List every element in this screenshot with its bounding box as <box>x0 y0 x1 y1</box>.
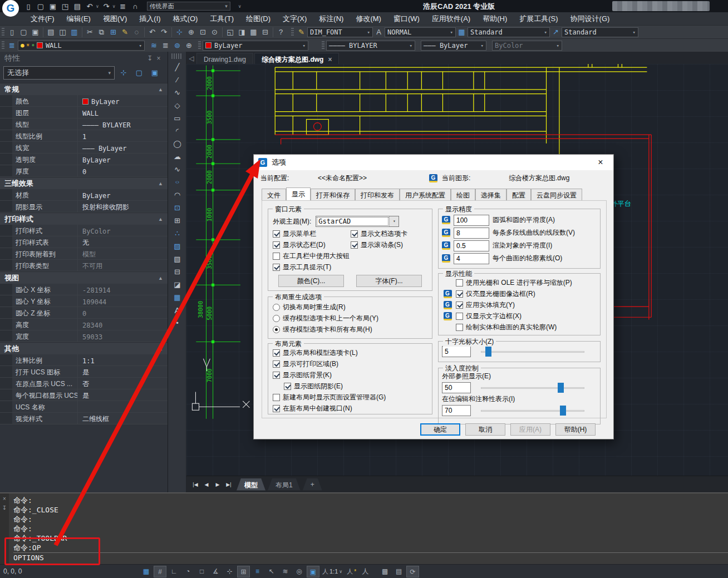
multiple-points-icon[interactable]: ∴ <box>168 227 186 240</box>
tab-user-preferences[interactable]: 用户系统配置 <box>400 189 451 200</box>
cache-model-all-layouts-option[interactable]: 缓存模型选项卡和所有布局(H) <box>273 324 427 335</box>
layer-thaw-icon[interactable]: ☀ <box>26 42 30 49</box>
section-general[interactable]: 常规 ▲ <box>0 83 168 95</box>
ortho-toggle-icon[interactable]: ∟ <box>168 566 180 577</box>
next-tab-icon[interactable]: ▶ <box>212 482 223 487</box>
prop-row-shadow[interactable]: 阴影显示 投射和接收阴影 <box>0 201 168 213</box>
revision-cloud-icon[interactable]: ☁ <box>168 150 186 163</box>
dim-style-select[interactable]: DIM_FONT ▾ <box>307 27 373 37</box>
toolbar-grip[interactable] <box>2 41 4 50</box>
prop-row-linetype[interactable]: 线型 ———— BYLAYER <box>0 118 168 130</box>
menu-window[interactable]: 窗口(W) <box>387 12 426 25</box>
prop-row-material[interactable]: 材质 ByLayer <box>0 189 168 201</box>
pickadd-toggle-icon[interactable]: ⊹ <box>117 66 130 80</box>
collapse-icon[interactable]: ▲ <box>158 346 163 352</box>
prop-row-transparency[interactable]: 透明度 ByLayer <box>0 154 168 165</box>
ellipse-icon[interactable]: ○ <box>168 176 186 189</box>
menu-help[interactable]: 帮助(H) <box>476 12 513 25</box>
layer-previous-icon[interactable]: ≋ <box>148 40 160 51</box>
tool-palettes-icon[interactable]: ▦ <box>248 27 259 38</box>
publish-icon[interactable]: ▥ <box>68 27 80 38</box>
layer-on-icon[interactable]: ● <box>21 42 24 49</box>
show-paper-shadow-option[interactable]: 显示图纸阴影(E) <box>273 381 427 392</box>
app-logo-icon[interactable]: G <box>2 0 19 17</box>
toolbar-grip[interactable] <box>322 41 324 50</box>
regen-on-switch-option[interactable]: 切换布局时重生成(R) <box>273 302 427 313</box>
text-style-select[interactable]: NORMAL ▾ <box>385 27 456 37</box>
spline-icon[interactable]: ∿ <box>168 163 186 176</box>
menu-view[interactable]: 视图(V) <box>97 12 133 25</box>
prop-row-plotstyle-table[interactable]: 打印样式表 无 <box>0 236 168 248</box>
tab-profiles[interactable]: 配置 <box>506 189 531 200</box>
section-plot-style[interactable]: 打印样式 ▲ <box>0 213 168 225</box>
cache-model-last-layout-option[interactable]: 缓存模型选项卡和上一个布局(Y) <box>273 313 427 324</box>
section-view[interactable]: 视图 ▲ <box>0 271 168 284</box>
save-icon[interactable]: ▣ <box>48 2 58 11</box>
tab-model[interactable]: 模型 <box>237 478 265 491</box>
rectangle-icon[interactable]: ▭ <box>168 112 186 125</box>
show-tooltips-option[interactable]: 显示工具提示(T) <box>273 261 427 273</box>
table-icon[interactable]: ▦ <box>168 291 186 304</box>
polyline-segments-input[interactable] <box>454 228 489 239</box>
close-icon[interactable]: × <box>0 496 9 505</box>
lineweight-select[interactable]: ——— ByLayer ▾ <box>421 41 486 51</box>
fonts-button[interactable]: 字体(F)... <box>356 275 422 287</box>
annotation-scale-control[interactable]: 人 1:1 ∨ <box>320 567 345 576</box>
show-paper-background-option[interactable]: 显示图纸背景(K) <box>273 369 427 381</box>
toolbar-grip[interactable] <box>198 41 201 50</box>
menu-modify[interactable]: 修改(M) <box>350 12 387 25</box>
snap-toggle-icon[interactable]: ▦ <box>140 566 153 577</box>
pin-icon[interactable]: ↧ <box>0 505 9 513</box>
prop-row-layer[interactable]: 图层 WALL <box>0 107 168 118</box>
colors-button[interactable]: 颜色(C)... <box>278 275 344 287</box>
prop-row-plot-attached[interactable]: 打印表附着到 模型 <box>0 248 168 260</box>
grid-toggle-icon[interactable]: # <box>154 566 166 577</box>
text-style-icon[interactable]: A <box>373 27 385 38</box>
dialog-title-bar[interactable]: G 选项 × <box>254 155 613 170</box>
layer-states-icon[interactable]: ≣ <box>160 40 171 51</box>
prop-row-plotstyle[interactable]: 打印样式 ByColor <box>0 225 168 236</box>
cut-icon[interactable]: ✂ <box>84 27 96 38</box>
color-select[interactable]: ByLayer ▾ <box>203 41 308 51</box>
undo-icon[interactable]: ↶ <box>146 27 158 38</box>
osnap-toggle-icon[interactable]: □ <box>195 566 208 577</box>
toolbar-grip[interactable] <box>2 28 4 37</box>
sync-icon[interactable]: ⟳ <box>406 566 419 577</box>
slider-handle[interactable] <box>485 347 491 357</box>
collapse-icon[interactable]: ▲ <box>158 181 163 186</box>
pin-icon[interactable]: ↧ <box>145 55 154 62</box>
annotation-auto-scale-toggle[interactable]: 人 * <box>345 567 358 576</box>
polar-toggle-icon[interactable]: ◔ <box>181 566 194 577</box>
zoom-window-icon[interactable]: ⊡ <box>197 27 209 38</box>
point-style-icon[interactable]: • <box>168 317 186 329</box>
menu-format[interactable]: 格式(O) <box>167 12 204 25</box>
prop-row-color[interactable]: 颜色 ByLayer <box>0 95 168 107</box>
circle-icon[interactable]: ◯ <box>168 137 186 150</box>
undo-icon[interactable]: ↶ <box>85 2 95 11</box>
tab-add-layout[interactable]: + <box>303 478 322 491</box>
inplace-fade-input[interactable] <box>442 405 471 416</box>
show-printable-area-option[interactable]: 显示可打印区域(B) <box>273 358 427 369</box>
show-scrollbars-option[interactable]: 显示滚动条(S) <box>351 239 407 250</box>
design-center-icon[interactable]: ◨ <box>236 27 248 38</box>
collapse-icon[interactable]: ▲ <box>158 87 163 92</box>
crosshair-size-input[interactable] <box>442 346 471 357</box>
help-button[interactable]: 帮助(H) <box>555 423 596 436</box>
quick-select-icon[interactable]: ▣ <box>148 66 161 80</box>
redo-icon[interactable]: ↷ <box>158 27 170 38</box>
close-icon[interactable]: × <box>154 55 163 62</box>
prop-row-thickness[interactable]: 厚度 0 <box>0 165 168 177</box>
prop-row-center-x[interactable]: 圆心 X 坐标 -281914 <box>0 284 168 295</box>
menu-draw[interactable]: 绘图(D) <box>240 12 277 25</box>
new-icon[interactable]: ▯ <box>6 27 18 38</box>
polygon-icon[interactable]: ◇ <box>168 99 186 112</box>
layer-isolate-icon[interactable]: ⊚ <box>171 40 183 51</box>
crosshair-size-slider[interactable] <box>481 347 584 357</box>
redo-icon[interactable]: ↷ <box>101 2 111 11</box>
ok-button[interactable]: 确定 <box>420 423 460 436</box>
properties-palette-icon[interactable]: ◱ <box>224 27 236 38</box>
doc-tab-drawing1[interactable]: Drawing1.dwg <box>196 53 253 64</box>
menu-extended-tools[interactable]: 扩展工具(S) <box>513 12 564 25</box>
plot-icon[interactable]: ▤ <box>45 27 57 38</box>
menu-edit[interactable]: 编辑(E) <box>61 12 97 25</box>
